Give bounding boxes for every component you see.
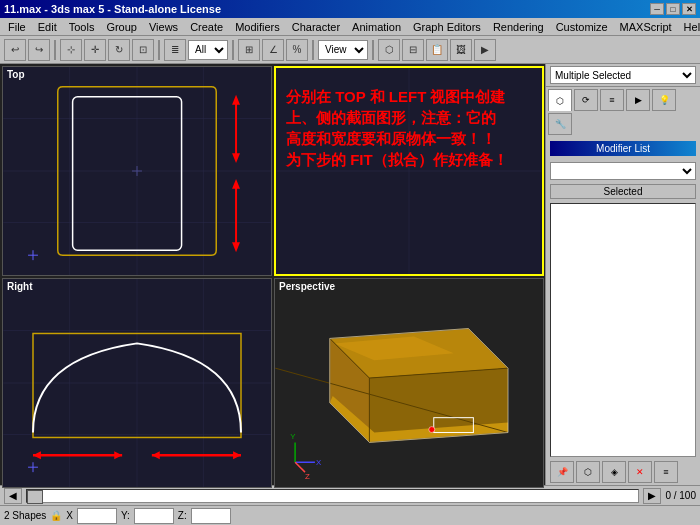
lock-icon[interactable]: 🔒 <box>50 510 62 521</box>
x-input[interactable] <box>77 508 117 524</box>
z-input[interactable] <box>191 508 231 524</box>
show-end-result-button[interactable]: ⬡ <box>576 461 600 483</box>
menu-customize[interactable]: Customize <box>550 20 614 34</box>
toolbar-separator-4 <box>312 40 314 60</box>
title-bar: 11.max - 3ds max 5 - Stand-alone License… <box>0 0 700 18</box>
undo-button[interactable]: ↩ <box>4 39 26 61</box>
viewport-top-svg <box>3 67 271 275</box>
timeline-area: ◀ ▶ 0 / 100 <box>0 485 700 505</box>
select-button[interactable]: ⊹ <box>60 39 82 61</box>
menu-modifiers[interactable]: Modifiers <box>229 20 286 34</box>
shapes-count: 2 Shapes <box>4 510 46 521</box>
percent-snap[interactable]: % <box>286 39 308 61</box>
viewport-perspective-label: Perspective <box>279 281 335 292</box>
menu-character[interactable]: Character <box>286 20 346 34</box>
svg-text:Y: Y <box>290 432 296 441</box>
minimize-button[interactable]: ─ <box>650 3 664 15</box>
menu-edit[interactable]: Edit <box>32 20 63 34</box>
toolbar-separator-2 <box>158 40 160 60</box>
svg-text:X: X <box>316 458 322 467</box>
menu-animation[interactable]: Animation <box>346 20 407 34</box>
svg-text:Z: Z <box>305 472 310 481</box>
pin-stack-button[interactable]: 📌 <box>550 461 574 483</box>
viewport-top[interactable]: Top <box>2 66 272 276</box>
menu-help[interactable]: Help <box>678 20 700 34</box>
rotate-button[interactable]: ↻ <box>108 39 130 61</box>
menu-maxscript[interactable]: MAXScript <box>614 20 678 34</box>
menu-views[interactable]: Views <box>143 20 184 34</box>
title-bar-buttons: ─ □ ✕ <box>650 3 696 15</box>
menu-file[interactable]: File <box>2 20 32 34</box>
render-button[interactable]: 🖼 <box>450 39 472 61</box>
menu-graph-editors[interactable]: Graph Editors <box>407 20 487 34</box>
viewport-right[interactable]: Right <box>2 278 272 488</box>
render-preview[interactable]: ▶ <box>474 39 496 61</box>
menu-bar: File Edit Tools Group Views Create Modif… <box>0 18 700 36</box>
viewport-overlay[interactable]: 分别在 TOP 和 LEFT 视图中创建 上、侧的截面图形，注意：它的 高度和宽… <box>274 66 544 276</box>
viewports-grid: Top <box>0 64 545 485</box>
remove-modifier-button[interactable]: ✕ <box>628 461 652 483</box>
toolbar-separator-1 <box>54 40 56 60</box>
panel-tab-hierarchy[interactable]: ≡ <box>600 89 624 111</box>
align-button[interactable]: ⊟ <box>402 39 424 61</box>
status-bar-top: 2 Shapes 🔒 X Y: Z: <box>0 505 700 525</box>
angle-snap[interactable]: ∠ <box>262 39 284 61</box>
maximize-button[interactable]: □ <box>666 3 680 15</box>
modifier-dropdown[interactable] <box>550 162 696 180</box>
panel-tab-utilities[interactable]: 🔧 <box>548 113 572 135</box>
make-unique-button[interactable]: ◈ <box>602 461 626 483</box>
x-label: X <box>66 510 73 521</box>
viewport-top-label: Top <box>7 69 25 80</box>
timeline-position: 0 / 100 <box>665 490 696 501</box>
svg-point-55 <box>429 427 435 433</box>
viewport-perspective-svg: X Y Z <box>275 279 543 487</box>
panel-tab-modify[interactable]: ⟳ <box>574 89 598 111</box>
modifier-action-buttons: 📌 ⬡ ◈ ✕ ≡ <box>546 459 700 485</box>
mirror-button[interactable]: ⬡ <box>378 39 400 61</box>
z-label: Z: <box>178 510 187 521</box>
panel-tab-display[interactable]: 💡 <box>652 89 676 111</box>
modifier-list-label: Modifier List <box>550 141 696 156</box>
redo-button[interactable]: ↪ <box>28 39 50 61</box>
viewport-perspective[interactable]: Perspective <box>274 278 544 488</box>
multiple-selected-dropdown[interactable]: Multiple Selected <box>550 66 696 84</box>
close-button[interactable]: ✕ <box>682 3 696 15</box>
menu-tools[interactable]: Tools <box>63 20 101 34</box>
timeline-prev-button[interactable]: ◀ <box>4 488 22 504</box>
timeline-slider[interactable] <box>26 489 639 503</box>
move-button[interactable]: ✛ <box>84 39 106 61</box>
selected-badge: Selected <box>550 184 696 199</box>
select-by-name[interactable]: ≣ <box>164 39 186 61</box>
menu-group[interactable]: Group <box>100 20 143 34</box>
main-area: Top <box>0 64 700 485</box>
viewport-overlay-svg <box>276 68 542 274</box>
timeline-next-button[interactable]: ▶ <box>643 488 661 504</box>
menu-create[interactable]: Create <box>184 20 229 34</box>
panel-tab-create[interactable]: ⬡ <box>548 89 572 111</box>
configure-button[interactable]: ≡ <box>654 461 678 483</box>
scale-button[interactable]: ⊡ <box>132 39 154 61</box>
panel-tab-motion[interactable]: ▶ <box>626 89 650 111</box>
menu-rendering[interactable]: Rendering <box>487 20 550 34</box>
viewport-right-svg <box>3 279 271 487</box>
y-label: Y: <box>121 510 130 521</box>
selection-filter-dropdown[interactable]: All <box>188 40 228 60</box>
y-input[interactable] <box>134 508 174 524</box>
modifier-stack-area[interactable] <box>550 203 696 457</box>
view-dropdown[interactable]: View <box>318 40 368 60</box>
layer-button[interactable]: 📋 <box>426 39 448 61</box>
toolbar-separator-5 <box>372 40 374 60</box>
toolbar: ↩ ↪ ⊹ ✛ ↻ ⊡ ≣ All ⊞ ∠ % View ⬡ ⊟ 📋 🖼 ▶ <box>0 36 700 64</box>
right-panel: Multiple Selected ⬡ ⟳ ≡ ▶ 💡 🔧 Modifier L… <box>545 64 700 485</box>
snap-toggle[interactable]: ⊞ <box>238 39 260 61</box>
right-panel-tabs: ⬡ ⟳ ≡ ▶ 💡 🔧 <box>546 87 700 137</box>
viewport-right-label: Right <box>7 281 33 292</box>
title-text: 11.max - 3ds max 5 - Stand-alone License <box>4 3 221 15</box>
timeline-thumb[interactable] <box>27 490 43 504</box>
toolbar-separator-3 <box>232 40 234 60</box>
